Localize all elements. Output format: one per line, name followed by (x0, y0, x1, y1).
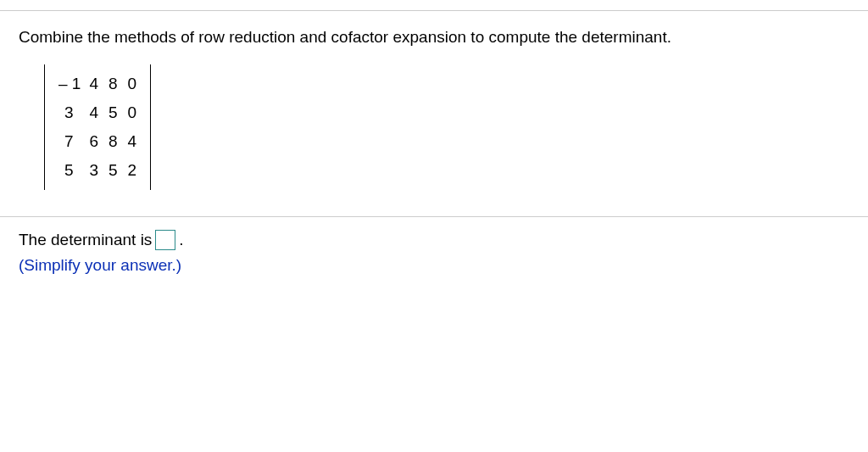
matrix-cell: 4 (84, 98, 103, 127)
determinant-input[interactable] (155, 230, 175, 250)
matrix-cell: 0 (123, 70, 142, 98)
matrix-cell: 5 (103, 156, 123, 185)
determinant-matrix: – 1 4 8 0 3 4 5 0 7 6 8 4 (44, 64, 849, 194)
answer-prefix: The determinant is (19, 227, 152, 253)
matrix-cell: 0 (123, 98, 142, 127)
matrix-row: – 1 4 8 0 (53, 70, 142, 98)
matrix-row: 5 3 5 2 (53, 156, 142, 185)
determinant-brackets: – 1 4 8 0 3 4 5 0 7 6 8 4 (44, 64, 151, 190)
matrix-cell: 5 (103, 98, 123, 127)
matrix-cell: 8 (103, 70, 123, 98)
answer-suffix: . (179, 227, 183, 253)
matrix-cell: 2 (123, 156, 142, 185)
matrix-cell: 4 (123, 127, 142, 156)
matrix-row: 3 4 5 0 (53, 98, 142, 127)
matrix-cell: 7 (53, 127, 84, 156)
matrix-cell: 6 (84, 127, 103, 156)
matrix-cell: 3 (84, 156, 103, 185)
matrix-cell: 3 (53, 98, 84, 127)
answer-hint: (Simplify your answer.) (19, 253, 849, 278)
matrix-cell: 4 (84, 70, 103, 98)
matrix-cell: 8 (103, 127, 123, 156)
question-prompt: Combine the methods of row reduction and… (19, 26, 849, 49)
matrix-cell: – 1 (53, 70, 84, 98)
question-section: Combine the methods of row reduction and… (0, 11, 868, 216)
answer-line: The determinant is . (19, 227, 849, 253)
matrix-cell: 5 (53, 156, 84, 185)
matrix-table: – 1 4 8 0 3 4 5 0 7 6 8 4 (53, 70, 142, 185)
matrix-row: 7 6 8 4 (53, 127, 142, 156)
answer-section: The determinant is . (Simplify your answ… (0, 217, 868, 279)
